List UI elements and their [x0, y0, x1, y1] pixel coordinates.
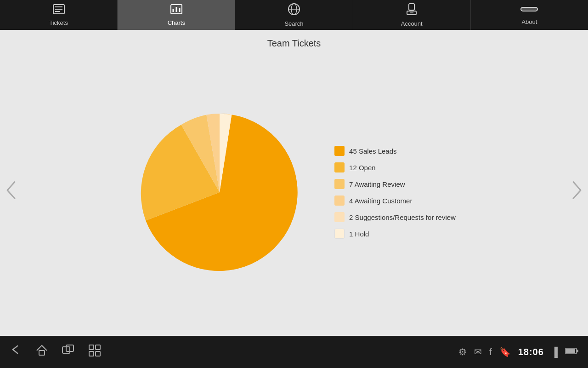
search-icon [288, 3, 300, 18]
tab-about-label: About [521, 18, 537, 25]
grid-icon[interactable] [88, 344, 101, 360]
signal-icon: ▐ [551, 347, 558, 357]
tab-charts[interactable]: Charts [118, 0, 235, 30]
clock-display: 18:06 [518, 347, 544, 357]
legend-color-3 [334, 196, 345, 206]
main-content: Team Tickets [0, 30, 588, 336]
tab-account[interactable]: Account [353, 0, 471, 30]
legend-label-1: 12 Open [349, 164, 376, 172]
chart-area: 45 Sales Leads 12 Open 7 Awaiting Review… [0, 49, 588, 336]
legend-color-4 [334, 212, 345, 222]
mail-icon: ✉ [474, 346, 482, 357]
svg-rect-15 [39, 351, 45, 355]
legend-color-0 [334, 146, 345, 156]
svg-rect-21 [96, 351, 100, 356]
legend-color-2 [334, 179, 345, 189]
tickets-icon [52, 4, 65, 17]
legend-color-1 [334, 162, 345, 172]
chart-legend: 45 Sales Leads 12 Open 7 Awaiting Review… [334, 146, 456, 239]
about-icon [520, 5, 538, 17]
tab-charts-label: Charts [168, 19, 185, 26]
svg-rect-18 [89, 345, 94, 350]
account-icon [406, 3, 417, 18]
tab-about[interactable]: About [471, 0, 588, 30]
recents-icon[interactable] [62, 344, 74, 360]
bottom-bar: ⚙ ✉ f 🔖 18:06 ▐ [0, 336, 588, 368]
page-title: Team Tickets [267, 38, 321, 49]
top-navigation: Tickets Charts Search [0, 0, 588, 30]
legend-label-0: 45 Sales Leads [349, 147, 396, 155]
svg-rect-23 [566, 349, 575, 353]
tab-search-label: Search [284, 20, 303, 27]
legend-item-5: 1 Hold [334, 229, 456, 239]
legend-item-3: 4 Awaiting Customer [334, 196, 456, 206]
legend-label-5: 1 Hold [349, 230, 369, 238]
tab-account-label: Account [401, 20, 423, 27]
bottom-nav-icons [9, 344, 101, 360]
back-icon[interactable] [9, 344, 22, 360]
svg-rect-19 [96, 345, 100, 350]
tab-search[interactable]: Search [235, 0, 353, 30]
legend-label-3: 4 Awaiting Customer [349, 197, 412, 205]
legend-item-2: 7 Awaiting Review [334, 179, 456, 189]
svg-rect-20 [89, 351, 94, 356]
status-icons: ⚙ ✉ f 🔖 18:06 ▐ [458, 346, 579, 357]
battery-icon [565, 347, 579, 357]
facebook-icon: f [489, 347, 492, 357]
legend-label-4: 2 Suggestions/Requests for review [349, 213, 456, 221]
pie-chart-container: 45 Sales Leads 12 Open 7 Awaiting Review… [132, 105, 456, 280]
legend-item-4: 2 Suggestions/Requests for review [334, 212, 456, 222]
home-icon[interactable] [36, 344, 48, 360]
svg-rect-24 [577, 350, 578, 352]
bookmark-icon: 🔖 [499, 346, 511, 357]
pie-chart [132, 105, 307, 280]
prev-arrow[interactable] [5, 180, 17, 205]
charts-icon [170, 4, 183, 17]
next-arrow[interactable] [571, 180, 583, 205]
android-icon: ⚙ [458, 346, 467, 357]
legend-item-0: 45 Sales Leads [334, 146, 456, 156]
svg-rect-11 [409, 4, 414, 10]
svg-rect-14 [521, 7, 537, 11]
legend-color-5 [334, 229, 345, 239]
tab-tickets[interactable]: Tickets [0, 0, 118, 30]
legend-label-2: 7 Awaiting Review [349, 180, 405, 188]
tab-tickets-label: Tickets [49, 19, 68, 26]
legend-item-1: 12 Open [334, 162, 456, 172]
